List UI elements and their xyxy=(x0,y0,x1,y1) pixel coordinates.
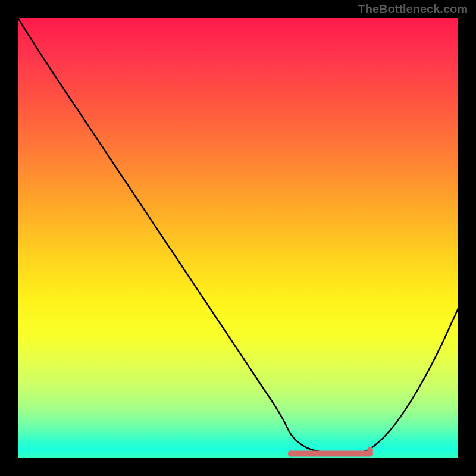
chart-plot-area xyxy=(18,18,458,458)
bottleneck-curve xyxy=(18,18,458,454)
optimal-range-end-dot xyxy=(367,447,373,453)
optimal-range-start-dot xyxy=(288,451,294,457)
watermark-text: TheBottleneck.com xyxy=(358,2,468,16)
chart-svg xyxy=(18,18,458,458)
